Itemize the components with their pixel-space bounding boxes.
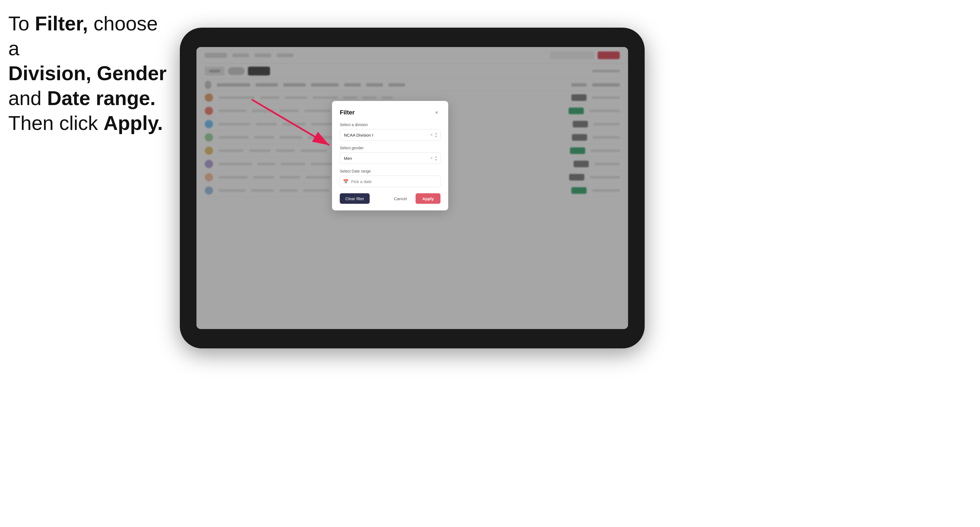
- date-label: Select Date range: [340, 169, 441, 173]
- division-arrows-icon: ▲▼: [434, 132, 438, 138]
- division-label: Select a division: [340, 122, 441, 127]
- clear-filter-button[interactable]: Clear filter: [340, 193, 370, 204]
- apply-button[interactable]: Apply: [415, 193, 441, 204]
- tablet-screen: Filter × Select a division NCAA Division…: [196, 47, 628, 329]
- modal-header: Filter ×: [340, 109, 441, 116]
- calendar-icon: 📅: [343, 179, 348, 184]
- gender-arrows-icon: ▲▼: [434, 155, 438, 162]
- division-select-controls: × ▲▼: [430, 132, 438, 138]
- date-range-input[interactable]: [340, 176, 441, 187]
- instruction-bold-division: Division, Gender: [8, 62, 167, 84]
- modal-footer-right: Cancel Apply: [388, 193, 441, 204]
- instruction-line4: Then click Apply.: [8, 112, 163, 134]
- gender-select[interactable]: Men: [340, 152, 441, 164]
- instruction-line1: To Filter, choose a: [8, 13, 158, 59]
- tablet-frame: Filter × Select a division NCAA Division…: [180, 28, 645, 348]
- gender-select-wrapper: Men × ▲▼: [340, 152, 441, 164]
- cancel-button[interactable]: Cancel: [388, 193, 412, 204]
- date-form-group: Select Date range 📅: [340, 169, 441, 187]
- instruction-line3: and Date range.: [8, 87, 156, 109]
- date-input-wrapper: 📅: [340, 176, 441, 187]
- filter-modal: Filter × Select a division NCAA Division…: [332, 101, 448, 210]
- modal-title: Filter: [340, 109, 355, 116]
- gender-form-group: Select gender Men × ▲▼: [340, 146, 441, 164]
- division-form-group: Select a division NCAA Division I × ▲▼: [340, 122, 441, 141]
- instruction-panel: To Filter, choose a Division, Gender and…: [8, 11, 169, 135]
- gender-label: Select gender: [340, 146, 441, 150]
- gender-clear-icon[interactable]: ×: [430, 156, 433, 160]
- division-select[interactable]: NCAA Division I: [340, 129, 441, 141]
- modal-close-button[interactable]: ×: [433, 109, 441, 116]
- division-select-wrapper: NCAA Division I × ▲▼: [340, 129, 441, 141]
- gender-select-controls: × ▲▼: [430, 155, 438, 162]
- modal-footer: Clear filter Cancel Apply: [340, 193, 441, 204]
- division-clear-icon[interactable]: ×: [430, 132, 433, 137]
